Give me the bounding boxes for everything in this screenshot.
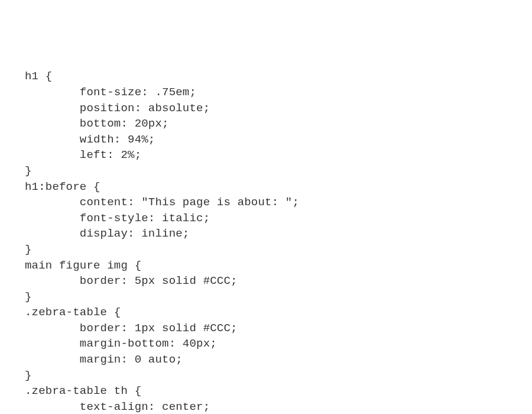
code-line: } — [25, 163, 532, 179]
code-line: .zebra-table { — [25, 305, 532, 321]
code-line: margin: 0 auto; — [25, 352, 532, 368]
code-line: .zebra-table th { — [25, 383, 532, 399]
code-line: width: 94%; — [25, 132, 532, 148]
css-code-snippet: h1 { font-size: .75em; position: absolut… — [25, 69, 532, 414]
code-line: h1 { — [25, 69, 532, 85]
code-line: position: absolute; — [25, 101, 532, 117]
code-line: display: inline; — [25, 226, 532, 242]
code-line: border: 1px solid #CCC; — [25, 321, 532, 337]
code-line: font-size: .75em; — [25, 85, 532, 101]
code-line: text-align: center; — [25, 399, 532, 414]
code-line: } — [25, 289, 532, 305]
code-line: main figure img { — [25, 258, 532, 274]
code-line: bottom: 20px; — [25, 116, 532, 132]
code-line: } — [25, 368, 532, 384]
code-line: left: 2%; — [25, 147, 532, 163]
code-line: border: 5px solid #CCC; — [25, 273, 532, 289]
code-line: content: "This page is about: "; — [25, 195, 532, 211]
code-line: margin-bottom: 40px; — [25, 336, 532, 352]
code-line: h1:before { — [25, 179, 532, 195]
code-line: font-style: italic; — [25, 211, 532, 227]
code-line: } — [25, 242, 532, 258]
